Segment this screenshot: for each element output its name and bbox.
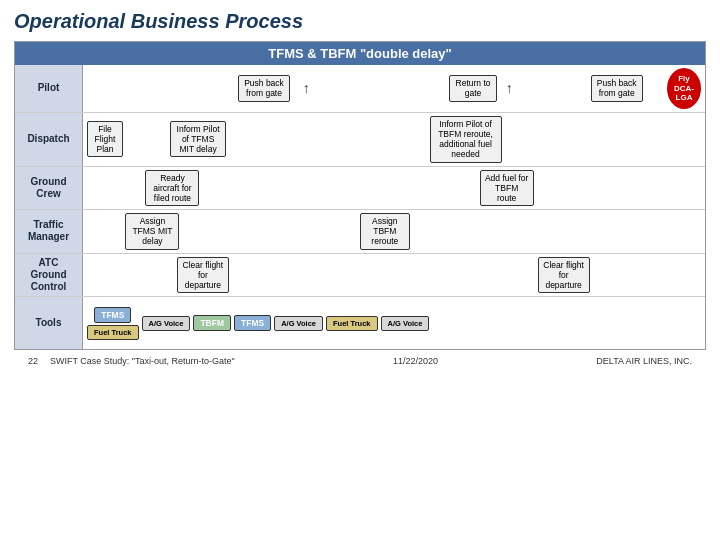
pilot-row: Pilot Push backfrom gate ↑ Return togate… — [15, 65, 705, 113]
diagram-body: Pilot Push backfrom gate ↑ Return togate… — [15, 65, 705, 349]
dispatch-informpilot2: Inform Pilot ofTBFM reroute,additional f… — [430, 116, 502, 163]
footer-case-study: SWIFT Case Study: "Taxi-out, Return-to-G… — [50, 356, 235, 366]
trafficmgr-assigntbfm: AssignTBFMreroute — [360, 213, 410, 250]
tools-content: TFMS Fuel Truck A/G Voice TBFM TFMS A/G … — [83, 297, 705, 349]
pilot-pushback1: Push backfrom gate — [238, 75, 290, 101]
pilot-returntgate: Return togate — [449, 75, 497, 101]
tool-agvoice1: A/G Voice — [142, 316, 191, 331]
footer-company: DELTA AIR LINES, INC. — [596, 356, 692, 366]
tool-tfms1: TFMS — [94, 307, 131, 323]
atcground-clear2: Clear flightfordeparture — [538, 257, 590, 294]
footer: 22 SWIFT Case Study: "Taxi-out, Return-t… — [14, 350, 706, 368]
dispatch-label: Dispatch — [15, 113, 83, 166]
fly-box: FlyDCA-LGA — [667, 68, 701, 109]
tool-fueltruck: Fuel Truck — [87, 325, 139, 340]
pilot-label: Pilot — [15, 65, 83, 112]
tool-fueltruck2: Fuel Truck — [326, 316, 378, 331]
footer-page-number: 22 — [28, 356, 38, 366]
groundcrew-ready: Readyaircraft forfiled route — [145, 170, 199, 207]
trafficmgr-content: AssignTFMS MITdelay AssignTBFMreroute — [83, 210, 705, 253]
dispatch-content: FileFlightPlan Inform Pilotof TFMSMIT de… — [83, 113, 705, 166]
tool-tbfm: TBFM — [193, 315, 231, 331]
groundcrew-addfuel: Add fuel forTBFMroute — [480, 170, 534, 207]
tool-tfms2: TFMS — [234, 315, 271, 331]
groundcrew-row: GroundCrew Readyaircraft forfiled route … — [15, 167, 705, 211]
diagram: TFMS & TBFM "double delay" Pilot Push ba… — [14, 41, 706, 350]
atcground-clear1: Clear flightfordeparture — [177, 257, 229, 294]
groundcrew-label: GroundCrew — [15, 167, 83, 210]
tools-row: Tools TFMS Fuel Truck A/G Voice TBFM TFM… — [15, 297, 705, 349]
pilot-content: Push backfrom gate ↑ Return togate ↑ Pus… — [83, 65, 705, 112]
trafficmgr-label: TrafficManager — [15, 210, 83, 253]
atcground-row: ATCGroundControl Clear flightfordepartur… — [15, 254, 705, 298]
trafficmgr-assigntfms: AssignTFMS MITdelay — [125, 213, 179, 250]
groundcrew-content: Readyaircraft forfiled route Add fuel fo… — [83, 167, 705, 210]
tool-agvoice2: A/G Voice — [274, 316, 323, 331]
pilot-pushback2: Push backfrom gate — [591, 75, 643, 101]
page-title: Operational Business Process — [14, 10, 706, 33]
page: Operational Business Process TFMS & TBFM… — [0, 0, 720, 540]
atcground-content: Clear flightfordeparture Clear flightfor… — [83, 254, 705, 297]
footer-left: 22 SWIFT Case Study: "Taxi-out, Return-t… — [28, 356, 235, 366]
trafficmgr-row: TrafficManager AssignTFMS MITdelay Assig… — [15, 210, 705, 254]
diagram-header: TFMS & TBFM "double delay" — [15, 42, 705, 65]
arrow-up1: ↑ — [303, 81, 310, 95]
atcground-label: ATCGroundControl — [15, 254, 83, 297]
dispatch-informpilot1: Inform Pilotof TFMSMIT delay — [170, 121, 226, 158]
dispatch-fileflight: FileFlightPlan — [87, 121, 123, 158]
tools-label: Tools — [15, 297, 83, 349]
footer-date: 11/22/2020 — [393, 356, 438, 366]
arrow-up2: ↑ — [506, 81, 513, 95]
tool-agvoice3: A/G Voice — [381, 316, 430, 331]
dispatch-row: Dispatch FileFlightPlan Inform Pilotof T… — [15, 113, 705, 167]
